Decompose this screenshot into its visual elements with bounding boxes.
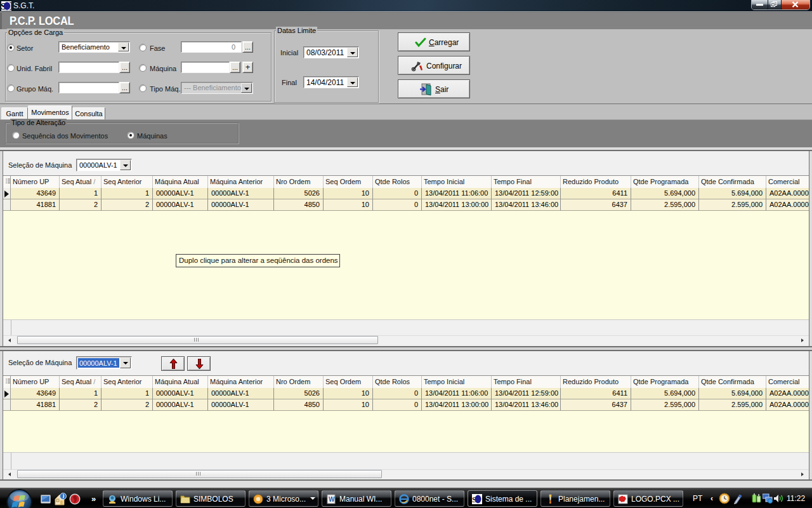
svg-text:W: W xyxy=(329,496,335,503)
